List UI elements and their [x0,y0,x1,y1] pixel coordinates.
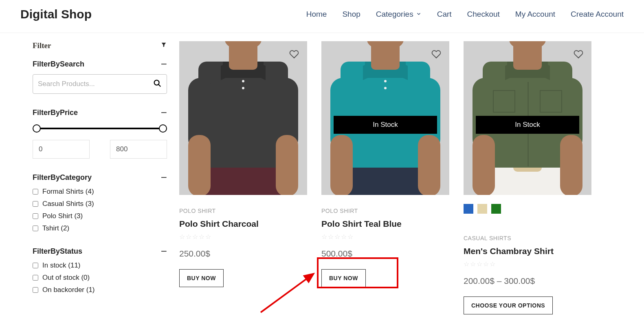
buy-now-button[interactable]: BUY NOW [179,269,224,287]
product-title[interactable]: Polo Shirt Teal Blue [321,219,449,229]
svg-line-1 [158,84,160,86]
collapse-icon[interactable]: − [161,249,167,254]
collapse-icon[interactable]: − [161,175,167,180]
product-rating: ☆☆☆☆☆ [179,233,307,241]
category-checkbox[interactable] [33,226,38,231]
category-row: Formal Shirts (4) [33,188,167,196]
collapse-icon[interactable]: − [161,62,167,67]
status-row: In stock (11) [33,261,167,270]
filter-section-price: FilterByPrice − [33,108,167,159]
status-checkbox[interactable] [33,287,38,293]
category-row: Polo Shirt (3) [33,212,167,220]
filter-section-status: FilterByStatus − In stock (11)Out of sto… [33,247,167,294]
product-rating: ☆☆☆☆☆ [464,260,591,268]
status-checkbox[interactable] [33,263,38,268]
color-swatches [464,204,591,214]
filter-status-title: FilterByStatus [33,247,82,256]
collapse-icon[interactable]: − [161,110,167,115]
svg-point-0 [154,80,159,85]
filter-section-search: FilterBySearch − [33,60,167,94]
category-label[interactable]: Tshirt (2) [42,224,69,232]
status-checkbox[interactable] [33,275,38,281]
status-label[interactable]: Out of stock (0) [42,274,90,282]
status-row: On backorder (1) [33,286,167,294]
filter-price-title: FilterByPrice [33,108,78,117]
product-card: In StockCASUAL SHIRTSMen's Chambray Shir… [464,41,591,314]
category-label[interactable]: Casual Shirts (3) [42,200,94,208]
filter-search-title: FilterBySearch [33,60,84,69]
category-row: Casual Shirts (3) [33,200,167,208]
product-card: In StockPOLO SHIRTPolo Shirt Teal Blue☆☆… [321,41,449,314]
category-checkbox[interactable] [33,213,38,219]
product-title[interactable]: Polo Shirt Charcoal [179,219,307,229]
slider-thumb-max[interactable] [159,124,167,133]
color-swatch[interactable] [477,204,487,214]
product-image[interactable]: In Stock [464,41,591,195]
product-price: 500.00$ [321,249,449,259]
primary-nav: Home Shop Categories Cart Checkout My Ac… [306,10,624,19]
search-input-wrap [33,74,167,94]
product-rating: ☆☆☆☆☆ [321,233,449,241]
status-label[interactable]: On backorder (1) [42,286,95,294]
site-header: Digital Shop Home Shop Categories Cart C… [0,0,644,33]
product-card: POLO SHIRTPolo Shirt Charcoal☆☆☆☆☆250.00… [179,41,307,314]
site-logo[interactable]: Digital Shop [20,7,92,21]
filter-section-category: FilterByCategory − Formal Shirts (4)Casu… [33,173,167,232]
product-category: POLO SHIRT [179,208,307,214]
slider-thumb-min[interactable] [33,124,41,133]
price-max-input[interactable] [110,140,167,159]
filter-sidebar: Filter FilterBySearch − FilterByPrice − [33,41,167,314]
category-row: Tshirt (2) [33,224,167,232]
nav-categories[interactable]: Categories [376,10,422,19]
product-category: POLO SHIRT [321,208,449,214]
category-label[interactable]: Polo Shirt (3) [42,212,83,220]
product-price: 250.00$ [179,249,307,259]
wishlist-heart-icon[interactable] [574,49,583,61]
stock-badge: In Stock [476,116,579,134]
nav-checkout[interactable]: Checkout [467,10,500,19]
filter-heading: Filter [33,41,51,50]
nav-home[interactable]: Home [306,10,327,19]
product-price: 200.00$ – 300.00$ [464,276,591,286]
color-swatch[interactable] [464,204,473,214]
wishlist-heart-icon[interactable] [431,49,441,61]
category-checkbox[interactable] [33,189,38,195]
buy-now-button[interactable]: BUY NOW [321,269,366,287]
nav-categories-label: Categories [376,10,413,19]
search-icon[interactable] [153,79,162,89]
nav-cart[interactable]: Cart [437,10,452,19]
price-slider[interactable] [33,124,167,133]
product-grid: POLO SHIRTPolo Shirt Charcoal☆☆☆☆☆250.00… [179,41,591,314]
filter-icon[interactable] [160,41,167,50]
slider-track [37,128,163,129]
product-category: CASUAL SHIRTS [464,235,591,241]
filter-category-title: FilterByCategory [33,173,92,182]
color-swatch[interactable] [491,204,501,214]
status-label[interactable]: In stock (11) [42,261,81,270]
category-label[interactable]: Formal Shirts (4) [42,188,94,196]
product-image[interactable] [179,41,307,195]
search-input[interactable] [38,80,153,88]
nav-my-account[interactable]: My Account [515,10,555,19]
nav-shop[interactable]: Shop [342,10,360,19]
nav-create-account[interactable]: Create Account [571,10,624,19]
category-checkbox[interactable] [33,201,38,207]
status-row: Out of stock (0) [33,274,167,282]
wishlist-heart-icon[interactable] [289,49,299,61]
stock-badge: In Stock [334,116,437,134]
price-min-input[interactable] [33,140,90,159]
product-title[interactable]: Men's Chambray Shirt [464,246,591,256]
chevron-down-icon [416,10,422,19]
product-image[interactable]: In Stock [321,41,449,195]
choose-options-button[interactable]: CHOOSE YOUR OPTIONS [464,296,553,314]
